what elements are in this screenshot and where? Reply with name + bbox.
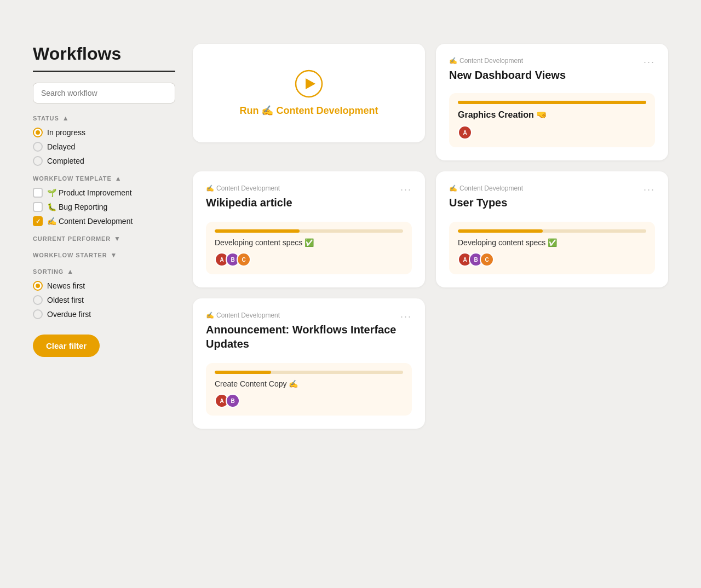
avatar-group: A B C	[215, 252, 403, 267]
meta-icon: ✍️	[449, 185, 457, 192]
page-title: Workflows	[33, 44, 175, 64]
performer-filter-label[interactable]: CURRENT PERFORMER ▼	[33, 235, 175, 243]
avatar: A	[458, 125, 472, 140]
progress-bar-container	[458, 229, 646, 233]
starter-filter-label[interactable]: WORKFLOW STARTER ▼	[33, 251, 175, 259]
clear-filter-button[interactable]: Clear filter	[33, 335, 100, 357]
title-divider	[33, 71, 175, 72]
run-workflow-card: Run ✍️ Content Development	[193, 44, 425, 142]
template-checkbox-bug[interactable]	[33, 202, 43, 212]
template-filter: WORKFLOW TEMPLATE ▲ 🌱 Product Improvemen…	[33, 175, 175, 226]
progress-fill	[215, 371, 271, 374]
avatar-group: A B	[215, 394, 403, 408]
sorting-filter: SORTING ▲ Newes first Oldest first Overd…	[33, 268, 175, 319]
status-chevron-icon: ▲	[62, 114, 70, 122]
meta-icon: ✍️	[206, 312, 214, 319]
sorting-radio-newest[interactable]	[33, 281, 43, 291]
starter-chevron-icon: ▼	[110, 251, 117, 259]
progress-fill	[215, 229, 300, 233]
performer-filter: CURRENT PERFORMER ▼	[33, 235, 175, 243]
task-card: Developing content specs ✅ A B C	[449, 222, 655, 274]
status-filter-label[interactable]: STATUS ▲	[33, 114, 175, 122]
template-option-bug[interactable]: 🐛 Bug Reporting	[33, 202, 175, 212]
sorting-option-overdue[interactable]: Overdue first	[33, 309, 175, 319]
avatar: C	[237, 252, 251, 267]
task-card: Graphics Creation 🤜 A	[449, 93, 655, 147]
announcement-card: ✍️ Content Development Announcement: Wor…	[193, 298, 425, 429]
sorting-radio-overdue[interactable]	[33, 309, 43, 319]
progress-bar-container	[458, 101, 646, 104]
template-checkbox-content[interactable]	[33, 216, 43, 226]
play-icon[interactable]	[295, 70, 323, 98]
sidebar: Workflows STATUS ▲ In progress Delayed C…	[33, 44, 175, 357]
sorting-filter-label[interactable]: SORTING ▲	[33, 268, 175, 275]
card-meta: ✍️ Content Development	[449, 57, 566, 65]
more-options-button[interactable]: ···	[643, 57, 655, 67]
sorting-chevron-icon: ▲	[67, 268, 74, 275]
card-header: ✍️ Content Development User Types ···	[449, 185, 655, 217]
svg-marker-1	[306, 78, 315, 89]
status-radio-in-progress[interactable]	[33, 128, 43, 137]
card-meta: ✍️ Content Development	[206, 312, 400, 319]
card-header: ✍️ Content Development Announcement: Wor…	[206, 312, 412, 359]
card-title: User Types	[449, 195, 523, 210]
task-card: Developing content specs ✅ A B C	[206, 222, 412, 274]
avatar-group: A B C	[458, 252, 646, 267]
performer-chevron-icon: ▼	[114, 235, 121, 243]
sorting-option-oldest[interactable]: Oldest first	[33, 295, 175, 305]
card-title: Announcement: Workflows Interface Update…	[206, 322, 400, 351]
task-name: Developing content specs ✅	[215, 238, 403, 247]
card-header: ✍️ Content Development Wikipedia article…	[206, 185, 412, 217]
card-title: New Dashboard Views	[449, 68, 566, 82]
card-meta: ✍️ Content Development	[449, 185, 523, 192]
progress-fill	[458, 229, 543, 233]
template-checkbox-product[interactable]	[33, 188, 43, 198]
avatar: B	[226, 394, 240, 408]
run-workflow-link[interactable]: Run ✍️ Content Development	[239, 105, 378, 117]
card-title: Wikipedia article	[206, 195, 292, 210]
task-card: Create Content Copy ✍️ A B	[206, 363, 412, 416]
sorting-option-newest[interactable]: Newes first	[33, 281, 175, 291]
more-options-button[interactable]: ···	[400, 312, 412, 321]
progress-fill	[458, 101, 646, 104]
status-radio-delayed[interactable]	[33, 142, 43, 152]
meta-icon: ✍️	[206, 185, 214, 192]
sorting-radio-oldest[interactable]	[33, 295, 43, 305]
card-meta: ✍️ Content Development	[206, 185, 292, 192]
status-radio-completed[interactable]	[33, 156, 43, 166]
card-header: ✍️ Content Development New Dashboard Vie…	[449, 57, 655, 90]
avatar: C	[480, 252, 494, 267]
more-options-button[interactable]: ···	[400, 185, 412, 194]
progress-bar-container	[215, 229, 403, 233]
user-types-card: ✍️ Content Development User Types ··· De…	[436, 171, 668, 287]
template-option-content[interactable]: ✍️ Content Development	[33, 216, 175, 226]
template-option-product[interactable]: 🌱 Product Improvement	[33, 188, 175, 198]
status-filter: STATUS ▲ In progress Delayed Completed	[33, 114, 175, 166]
starter-filter: WORKFLOW STARTER ▼	[33, 251, 175, 259]
search-input[interactable]	[33, 83, 175, 103]
meta-icon: ✍️	[449, 57, 457, 65]
wikipedia-card: ✍️ Content Development Wikipedia article…	[193, 171, 425, 287]
status-option-completed[interactable]: Completed	[33, 156, 175, 166]
status-option-in-progress[interactable]: In progress	[33, 128, 175, 137]
template-filter-label[interactable]: WORKFLOW TEMPLATE ▲	[33, 175, 175, 182]
new-dashboard-card: ✍️ Content Development New Dashboard Vie…	[436, 44, 668, 160]
task-name: Developing content specs ✅	[458, 238, 646, 247]
task-name: Graphics Creation 🤜	[458, 109, 646, 120]
template-chevron-icon: ▲	[115, 175, 122, 182]
avatar-group: A	[458, 125, 646, 140]
more-options-button[interactable]: ···	[643, 185, 655, 194]
status-option-delayed[interactable]: Delayed	[33, 142, 175, 152]
main-content: Run ✍️ Content Development ✍️ Content De…	[193, 44, 668, 429]
task-name: Create Content Copy ✍️	[215, 379, 403, 388]
progress-bar-container	[215, 371, 403, 374]
